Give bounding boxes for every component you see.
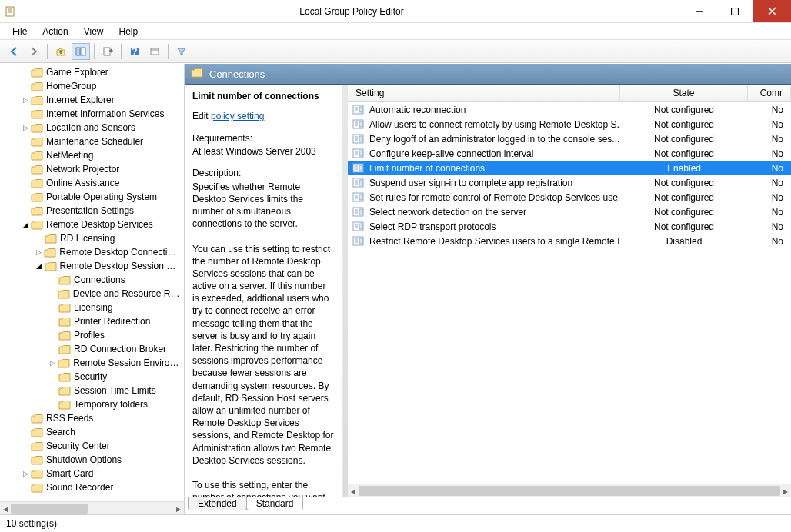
properties-button[interactable] — [145, 43, 164, 60]
tree-item[interactable]: ▷Smart Card — [2, 467, 184, 480]
scroll-right-icon[interactable]: ▸ — [780, 484, 791, 497]
column-comment[interactable]: Comr — [748, 85, 791, 101]
tree-item-label: Portable Operating System — [46, 191, 157, 202]
tree-item[interactable]: ▷Internet Explorer — [2, 93, 184, 107]
tree-item[interactable]: Internet Information Services — [2, 107, 184, 121]
settings-row[interactable]: Restrict Remote Desktop Services users t… — [348, 234, 791, 248]
tree-item[interactable]: Sound Recorder — [2, 480, 184, 494]
tree-item[interactable]: ▷Remote Session Environme — [2, 356, 184, 370]
tree-item[interactable]: Device and Resource Redire — [2, 287, 184, 301]
tree-item[interactable]: Portable Operating System — [2, 190, 184, 204]
settings-row[interactable]: Automatic reconnectionNot configuredNo — [348, 102, 791, 117]
folder-icon — [58, 357, 70, 368]
filter-button[interactable] — [172, 43, 191, 60]
tree-item[interactable]: RD Connection Broker — [2, 342, 184, 356]
tree-item[interactable]: ▷Remote Desktop Connection C — [2, 245, 184, 259]
tree-item[interactable]: NetMeeting — [2, 148, 184, 162]
tree-item[interactable]: Security — [2, 370, 184, 384]
tree-item[interactable]: RD Licensing — [2, 231, 184, 245]
settings-row[interactable]: Allow users to connect remotely by using… — [348, 117, 791, 131]
scroll-left-icon[interactable]: ◂ — [0, 502, 11, 515]
tree-item-label: Location and Sensors — [46, 122, 135, 133]
setting-name: Suspend user sign-in to complete app reg… — [369, 178, 572, 188]
forward-button[interactable] — [25, 43, 43, 60]
settings-row[interactable]: Deny logoff of an administrator logged i… — [348, 131, 791, 146]
tree-item[interactable]: Game Explorer — [2, 65, 184, 79]
scroll-thumb[interactable] — [11, 504, 88, 514]
tree-item[interactable]: RSS Feeds — [2, 411, 184, 425]
menu-action[interactable]: Action — [35, 25, 75, 38]
twisty-closed-icon[interactable]: ▷ — [20, 96, 31, 104]
tree-item[interactable]: ◢Remote Desktop Session Host — [2, 259, 184, 273]
tree-item[interactable]: Temporary folders — [2, 397, 184, 411]
tree-horizontal-scrollbar[interactable]: ◂ ▸ — [0, 501, 184, 514]
twisty-closed-icon[interactable]: ▷ — [20, 124, 31, 131]
tree-item[interactable]: Connections — [2, 273, 184, 287]
setting-comment: No — [748, 178, 791, 188]
toolbar-separator — [94, 44, 95, 59]
tree-item-label: Printer Redirection — [74, 316, 150, 327]
tree-item-label: Internet Information Services — [46, 108, 164, 119]
twisty-closed-icon[interactable]: ▷ — [20, 470, 31, 477]
close-button[interactable] — [753, 0, 791, 22]
settings-row[interactable]: Limit number of connectionsEnabledNo — [348, 161, 791, 175]
menu-help[interactable]: Help — [112, 25, 146, 38]
settings-row[interactable]: Select network detection on the serverNo… — [348, 204, 791, 219]
scroll-thumb[interactable] — [359, 486, 780, 496]
tree-item[interactable]: Security Center — [2, 439, 184, 453]
tree-item[interactable]: HomeGroup — [2, 79, 184, 93]
tree-item[interactable]: Shutdown Options — [2, 453, 184, 467]
tree-item[interactable]: ▷Location and Sensors — [2, 121, 184, 135]
tree-item[interactable]: Licensing — [2, 301, 184, 314]
tab-extended[interactable]: Extended — [188, 497, 247, 510]
settings-row[interactable]: Select RDP transport protocolsNot config… — [348, 219, 791, 234]
tree-item[interactable]: Online Assistance — [2, 176, 184, 190]
window-title: Local Group Policy Editor — [22, 6, 682, 17]
column-state[interactable]: State — [620, 85, 748, 101]
maximize-button[interactable] — [717, 0, 753, 22]
twisty-closed-icon[interactable]: ▷ — [48, 359, 58, 367]
twisty-open-icon[interactable]: ◢ — [20, 221, 31, 228]
tree-item[interactable]: Presentation Settings — [2, 204, 184, 218]
settings-row[interactable]: Configure keep-alive connection interval… — [348, 146, 791, 161]
list-horizontal-scrollbar[interactable]: ◂ ▸ — [348, 484, 791, 497]
svg-rect-10 — [81, 48, 85, 55]
tree-item[interactable]: Profiles — [2, 328, 184, 342]
description-pane: Limit number of connections Edit policy … — [185, 85, 343, 497]
tree-item[interactable]: Search — [2, 425, 184, 439]
scroll-right-icon[interactable]: ▸ — [173, 502, 184, 515]
twisty-open-icon[interactable]: ◢ — [34, 262, 45, 270]
menu-file[interactable]: File — [5, 25, 35, 38]
tree-item-label: Maintenance Scheduler — [46, 136, 143, 147]
edit-policy-link[interactable]: policy setting — [211, 111, 264, 121]
scroll-left-icon[interactable]: ◂ — [348, 484, 359, 497]
help-button[interactable]: ? — [125, 43, 144, 60]
back-button[interactable] — [5, 43, 23, 60]
setting-state: Not configured — [620, 178, 748, 188]
twisty-closed-icon[interactable]: ▷ — [34, 248, 44, 256]
show-hide-tree-button[interactable] — [72, 43, 90, 60]
setting-name: Restrict Remote Desktop Services users t… — [369, 236, 620, 247]
setting-comment: No — [748, 105, 791, 115]
settings-row[interactable]: Set rules for remote control of Remote D… — [348, 190, 791, 204]
tree-item[interactable]: ◢Remote Desktop Services — [2, 218, 184, 231]
description-body: Specifies whether Remote Desktop Service… — [192, 181, 335, 497]
export-button[interactable] — [98, 43, 117, 60]
tree-item[interactable]: Maintenance Scheduler — [2, 135, 184, 148]
tree-item[interactable]: Printer Redirection — [2, 314, 184, 328]
menu-view[interactable]: View — [76, 25, 112, 38]
up-button[interactable] — [52, 43, 70, 60]
svg-rect-50 — [359, 195, 362, 200]
tree[interactable]: Game ExplorerHomeGroup▷Internet Explorer… — [0, 64, 184, 501]
folder-icon — [31, 219, 43, 230]
minimize-button[interactable] — [682, 0, 717, 22]
settings-row[interactable]: Suspend user sign-in to complete app reg… — [348, 175, 791, 190]
view-tabs: Extended Standard — [185, 497, 791, 514]
tree-item[interactable]: Network Projector — [2, 162, 184, 176]
folder-icon — [58, 330, 71, 341]
header-banner: Connections — [185, 64, 791, 85]
tree-item[interactable]: Session Time Limits — [2, 384, 184, 397]
column-setting[interactable]: Setting — [348, 85, 620, 101]
tab-standard[interactable]: Standard — [246, 497, 304, 510]
setting-state: Not configured — [620, 192, 748, 203]
